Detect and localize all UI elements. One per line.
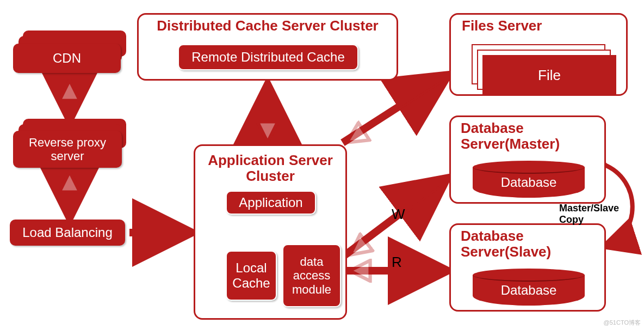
- db-slave-cyl: Database: [473, 269, 585, 306]
- reverse-proxy-label: Reverse proxy server: [16, 136, 119, 163]
- arrow-dam-to-files: [343, 76, 446, 143]
- db-master-cyl: Database: [473, 161, 585, 198]
- load-balancing-node: Load Balancing: [10, 220, 125, 246]
- file-node: File: [482, 55, 616, 95]
- application-node: Application: [226, 191, 316, 215]
- data-access-module-node: data access module: [282, 244, 341, 307]
- watermark: @51CTO博客: [604, 319, 641, 327]
- db-master-box: Database Server(Master) Database: [449, 115, 606, 204]
- local-cache-node: Local Cache: [226, 251, 277, 301]
- data-access-module-label: data access module: [287, 255, 337, 296]
- local-cache-label: Local Cache: [230, 260, 273, 290]
- db-slave-box: Database Server(Slave) Database: [449, 223, 606, 312]
- remote-distributed-cache-label: Remote Distributed Cache: [191, 50, 344, 65]
- cdn-label: CDN: [53, 51, 81, 66]
- files-server-title: Files Server: [451, 15, 626, 35]
- reverse-proxy-node: Reverse proxy server: [13, 131, 122, 168]
- edge-write-label: W: [392, 206, 405, 223]
- edge-replication-label: Master/Slave Copy: [559, 203, 641, 225]
- db-slave-label: Database: [473, 283, 585, 298]
- db-master-title: Database Server(Master): [451, 117, 604, 153]
- dist-cache-title: Distributed Cache Server Cluster: [139, 15, 397, 35]
- db-master-label: Database: [473, 175, 585, 190]
- files-server-box: Files Server File: [449, 13, 628, 96]
- app-cluster-box: Application Server Cluster Application L…: [194, 144, 347, 320]
- load-balancing-label: Load Balancing: [22, 225, 112, 240]
- dist-cache-cluster-box: Distributed Cache Server Cluster Remote …: [137, 13, 398, 81]
- app-cluster-title: Application Server Cluster: [195, 146, 345, 185]
- remote-distributed-cache-node: Remote Distributed Cache: [178, 44, 358, 70]
- file-label: File: [538, 67, 561, 84]
- svg-line-5: [348, 81, 443, 142]
- cdn-node: CDN: [13, 44, 121, 73]
- edge-read-label: R: [392, 254, 402, 271]
- application-label: Application: [239, 195, 302, 210]
- db-slave-title: Database Server(Slave): [451, 225, 604, 260]
